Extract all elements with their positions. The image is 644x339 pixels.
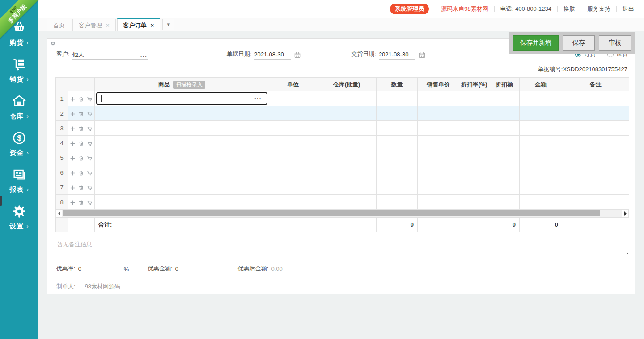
discount-rate-cell[interactable] [459,121,489,136]
calendar-icon[interactable] [419,51,426,59]
sidebar-item-sales[interactable]: 销货› [0,57,38,94]
sidebar-item-reports[interactable]: 报表› [0,167,38,204]
warehouse-cell[interactable] [317,180,377,195]
discount-amount-cell[interactable] [489,91,520,106]
delete-row-icon[interactable] [78,185,84,191]
qty-cell[interactable] [377,180,418,195]
delete-row-icon[interactable] [78,126,84,132]
price-cell[interactable] [418,195,459,210]
delete-row-icon[interactable] [78,96,84,102]
product-cell[interactable] [95,180,269,195]
add-row-icon[interactable] [70,200,76,206]
sidebar-item-funds[interactable]: 资金› [0,131,38,167]
discount-rate-cell[interactable] [459,91,489,106]
remark-cell[interactable] [562,180,629,195]
cart-icon[interactable] [87,155,93,161]
qty-cell[interactable] [377,165,418,180]
support-link[interactable]: 服务支持 [587,5,610,13]
add-row-icon[interactable] [70,126,76,132]
discount-rate-cell[interactable] [459,136,489,150]
discount-rate-cell[interactable] [459,150,489,165]
amount-cell[interactable] [520,106,562,121]
price-cell[interactable] [418,106,459,121]
add-row-icon[interactable] [70,96,76,102]
delete-row-icon[interactable] [78,111,84,117]
more-icon[interactable]: ··· [140,54,148,59]
cart-icon[interactable] [87,185,93,191]
sidebar-item-settings[interactable]: 设置› [0,204,38,241]
amount-cell[interactable] [520,150,562,165]
price-cell[interactable] [418,136,459,150]
save-and-new-button[interactable]: 保存并新增 [513,35,559,51]
warehouse-cell[interactable] [317,106,377,121]
add-row-icon[interactable] [70,141,76,146]
discount-rate-cell[interactable] [459,165,489,180]
remark-cell[interactable] [562,165,629,180]
close-icon[interactable]: × [106,22,110,29]
close-icon[interactable]: × [151,22,154,29]
product-cell[interactable] [95,195,269,210]
more-icon[interactable]: ··· [254,96,263,101]
cart-icon[interactable] [87,141,93,146]
unit-cell[interactable] [269,195,317,210]
remark-textarea[interactable] [55,237,629,255]
customer-input[interactable] [72,50,140,59]
add-row-icon[interactable] [70,185,76,191]
amount-cell[interactable] [520,91,562,106]
price-cell[interactable] [418,91,459,106]
qty-cell[interactable] [377,195,418,210]
delete-row-icon[interactable] [78,141,84,146]
cart-icon[interactable] [87,200,93,206]
tab-customer-order[interactable]: 客户订单 × [117,18,161,31]
amount-cell[interactable] [520,165,562,180]
source-link[interactable]: 源码来自98素材网 [441,5,488,13]
qty-cell[interactable] [377,106,418,121]
tab-home[interactable]: 首页 [47,19,71,31]
add-row-icon[interactable] [70,155,76,161]
tab-customer-management[interactable]: 客户管理 × [72,19,116,31]
remark-cell[interactable] [562,150,629,165]
tab-list-dropdown[interactable]: ▾ [162,19,174,30]
remark-cell[interactable] [562,121,629,136]
warehouse-cell[interactable] [317,150,377,165]
discount-amount-cell[interactable] [489,165,520,180]
delete-row-icon[interactable] [78,155,84,161]
price-cell[interactable] [418,165,459,180]
discount-amount-cell[interactable] [489,106,520,121]
cart-icon[interactable] [87,96,93,102]
warehouse-cell[interactable] [317,91,377,106]
qty-cell[interactable] [377,91,418,106]
product-cell[interactable] [95,106,269,121]
product-cell[interactable] [95,150,269,165]
warehouse-cell[interactable] [317,136,377,150]
discount-rate-cell[interactable] [459,180,489,195]
qty-cell[interactable] [377,121,418,136]
cart-icon[interactable] [87,126,93,132]
discount-amount-input[interactable] [175,265,220,274]
discount-rate-input[interactable] [78,265,120,274]
amount-cell[interactable] [520,195,562,210]
product-cell[interactable] [95,136,269,150]
delete-row-icon[interactable] [78,200,84,206]
scroll-left-arrow[interactable] [56,210,62,217]
panel-gear-icon[interactable] [51,41,55,46]
remark-cell[interactable] [562,91,629,106]
scan-gun-badge[interactable]: 扫描枪录入 [173,81,205,89]
qty-cell[interactable] [377,150,418,165]
cart-icon[interactable] [87,170,93,176]
add-row-icon[interactable] [70,111,76,117]
price-cell[interactable] [418,180,459,195]
remark-cell[interactable] [562,195,629,210]
order-date-input[interactable] [254,50,291,59]
qty-cell[interactable] [377,136,418,150]
discount-amount-cell[interactable] [489,195,520,210]
discount-rate-cell[interactable] [459,106,489,121]
add-row-icon[interactable] [70,170,76,176]
discount-amount-cell[interactable] [489,180,520,195]
amount-cell[interactable] [520,121,562,136]
save-button[interactable]: 保存 [563,35,595,51]
unit-cell[interactable] [269,180,317,195]
product-cell[interactable] [95,165,269,180]
delivery-date-input[interactable] [379,50,415,59]
scroll-right-arrow[interactable] [622,210,628,217]
